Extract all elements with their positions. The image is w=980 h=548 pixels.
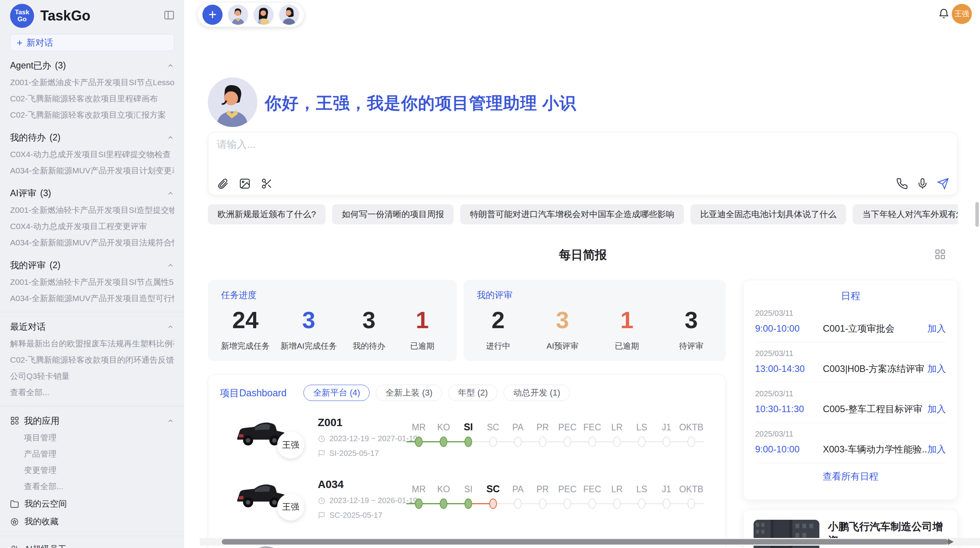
section-ai-review[interactable]: AI评审(3) bbox=[10, 184, 174, 202]
milestone-label: OKTB bbox=[679, 479, 704, 495]
section-recent-chats[interactable]: 最近对话 bbox=[10, 318, 174, 336]
horizontal-scrollbar-thumb[interactable] bbox=[222, 539, 948, 545]
suggestion-chip[interactable]: 比亚迪全固态电池计划具体说了什么 bbox=[690, 204, 846, 224]
sidebar-collapse-icon[interactable] bbox=[163, 9, 175, 21]
list-item[interactable]: A034-全新新能源MUV产品开发项目造型可行性评审 bbox=[10, 290, 174, 307]
project-row[interactable]: 王强 A034 2023-12-19 ~ 2026-01-19 SC-2025-… bbox=[208, 475, 725, 537]
section-my-review[interactable]: 我的评审(2) bbox=[10, 256, 174, 274]
milestone-track: MR KO SI SC PA PR PEC FEC LR LS J1 OKTB bbox=[406, 417, 704, 450]
section-my-apps[interactable]: 我的应用 bbox=[10, 412, 174, 430]
project-dashboard-card: 项目Dashboard 全新平台 (4) 全新上装 (3) 年型 (2) 动总开… bbox=[208, 374, 726, 548]
milestone-label: KO bbox=[437, 479, 450, 495]
new-chat-button[interactable]: + 新对话 bbox=[10, 34, 174, 51]
stat-value: 1 bbox=[401, 307, 444, 334]
milestone-dot bbox=[539, 498, 547, 509]
join-link[interactable]: 加入 bbox=[927, 363, 946, 375]
chevron-up-icon[interactable] bbox=[167, 62, 174, 69]
list-item[interactable]: C02-飞腾新能源轻客改款项目里程碑画布 bbox=[10, 91, 174, 107]
people-icon bbox=[10, 545, 19, 548]
chevron-up-icon[interactable] bbox=[167, 417, 174, 425]
chevron-up-icon[interactable] bbox=[167, 190, 174, 197]
schedule-item: 2025/03/11 13:00-14:30C003|H0B-方案冻结评审加入 bbox=[755, 342, 946, 383]
view-all-link[interactable]: 查看全部... bbox=[10, 478, 174, 495]
my-apps: 我的应用 项目管理 产品管理 变更管理 查看全部... bbox=[0, 412, 184, 495]
list-item[interactable]: A034-全新新能源MUV产品开发项目法规符合性评审 bbox=[10, 235, 174, 251]
suggestion-chip[interactable]: 欧洲新规最近颁布了什么? bbox=[208, 204, 326, 224]
phone-icon[interactable] bbox=[896, 178, 908, 190]
suggestion-chip[interactable]: 特朗普可能对进口汽车增税会对中国车企造成哪些影响 bbox=[460, 204, 684, 224]
view-all-link[interactable]: 查看全部... bbox=[10, 384, 174, 401]
milestone-label: SC bbox=[487, 417, 499, 433]
milestone-dot bbox=[415, 437, 423, 447]
layout-grid-icon[interactable] bbox=[934, 248, 946, 260]
list-item[interactable]: 解释最新出台的欧盟报废车法规再生塑料比例被调至15%... bbox=[10, 336, 174, 352]
notification-bell-icon[interactable] bbox=[938, 8, 950, 20]
join-link[interactable]: 加入 bbox=[927, 403, 946, 415]
tab-platform[interactable]: 全新平台 (4) bbox=[303, 385, 370, 401]
chevron-up-icon[interactable] bbox=[167, 134, 174, 141]
milestone-dot bbox=[687, 498, 695, 509]
sidebar-item-ai-employee[interactable]: AI超级员工 bbox=[0, 541, 184, 548]
stat-value: 3 bbox=[670, 307, 713, 334]
section-my-todo[interactable]: 我的待办(2) bbox=[10, 128, 174, 146]
horizontal-scrollbar[interactable] bbox=[200, 538, 980, 546]
suggestion-chip[interactable]: 当下年轻人对汽车外观有怎样的喜好趋势 bbox=[853, 204, 958, 224]
sidebar-item-cloud-space[interactable]: 我的云空间 bbox=[0, 495, 184, 512]
attach-icon[interactable] bbox=[217, 178, 229, 190]
stat-label: 我的待办 bbox=[348, 341, 390, 351]
list-item[interactable]: Z001-全新燃油轻卡产品开发项目SI节点属性5D文件评审 bbox=[10, 274, 174, 290]
sidebar-item-product-mgmt[interactable]: 产品管理 bbox=[10, 446, 174, 462]
chevron-up-icon[interactable] bbox=[167, 323, 174, 331]
tab-powertrain[interactable]: 动总开发 (1) bbox=[504, 385, 570, 401]
milestone-track: MR KO SI SC PA PR PEC FEC LR LS J1 OKTB bbox=[406, 479, 704, 512]
user-avatar[interactable]: 王强 bbox=[952, 4, 972, 24]
avatar[interactable] bbox=[279, 5, 299, 25]
list-item[interactable]: Z001-全新燃油皮卡产品开发项目SI节点Lesson Learn报告 bbox=[10, 74, 174, 91]
milestone-dot bbox=[489, 498, 497, 509]
avatar[interactable] bbox=[228, 5, 248, 25]
mic-icon[interactable] bbox=[917, 178, 929, 190]
send-icon[interactable] bbox=[937, 178, 949, 190]
vertical-scrollbar-thumb[interactable] bbox=[975, 202, 979, 227]
stat-value: 3 bbox=[281, 307, 337, 334]
list-item[interactable]: C0X4-动力总成开发项目工程变更评审 bbox=[10, 218, 174, 235]
image-icon[interactable] bbox=[239, 178, 251, 190]
scissors-icon[interactable] bbox=[261, 178, 273, 190]
list-item[interactable]: C0X4-动力总成开发项目SI里程碑提交物检查 bbox=[10, 146, 174, 163]
milestone-label: J1 bbox=[662, 417, 671, 433]
schedule-item: 2025/03/11 10:30-11:30C005-整车工程目标评审加入 bbox=[755, 383, 946, 423]
list-item[interactable]: Z001-全新燃油轻卡产品开发项目SI造型提交物评审 bbox=[10, 202, 174, 218]
sidebar: Task Go TaskGo + 新对话 Agent已办(3) Z001-全新燃… bbox=[0, 0, 184, 548]
join-link[interactable]: 加入 bbox=[927, 443, 946, 456]
milestone-label: J1 bbox=[662, 479, 671, 495]
scroll-right-arrow[interactable] bbox=[948, 539, 954, 545]
view-all-schedule-link[interactable]: 查看所有日程 bbox=[755, 470, 946, 483]
add-agent-button[interactable]: + bbox=[202, 5, 223, 25]
suggestion-chip[interactable]: 如何写一份清晰的项目周报 bbox=[332, 204, 454, 224]
sidebar-item-favorites[interactable]: 我的收藏 bbox=[0, 513, 184, 530]
event-time: 10:30-11:30 bbox=[755, 404, 823, 414]
tab-model-year[interactable]: 年型 (2) bbox=[448, 385, 497, 401]
sidebar-item-change-mgmt[interactable]: 变更管理 bbox=[10, 462, 174, 478]
milestone-dot bbox=[663, 437, 670, 447]
event-time: 13:00-14:30 bbox=[755, 363, 823, 374]
milestone-label: FEC bbox=[583, 417, 601, 433]
list-item[interactable]: A034-全新新能源MUV产品开发项目计划变更表编写 bbox=[10, 163, 174, 179]
join-link[interactable]: 加入 bbox=[927, 322, 946, 335]
card-title: 我的评审 bbox=[477, 289, 713, 301]
tab-upfit[interactable]: 全新上装 (3) bbox=[376, 385, 442, 401]
chevron-up-icon[interactable] bbox=[167, 262, 174, 269]
suggestion-chips: 欧洲新规最近颁布了什么? 如何写一份清晰的项目周报 特朗普可能对进口汽车增税会对… bbox=[208, 204, 958, 224]
sidebar-item-project-mgmt[interactable]: 项目管理 bbox=[10, 430, 174, 446]
list-item[interactable]: 公司Q3轻卡销量 bbox=[10, 368, 174, 384]
project-row[interactable]: 王强 Z001 2023-12-19 ~ 2027-01-19 SI-2025-… bbox=[208, 413, 725, 475]
milestone-dot bbox=[489, 437, 497, 447]
list-item[interactable]: C02-飞腾新能源轻客改款项目的闭环通告反馈情况 bbox=[10, 352, 174, 368]
sidebar-sections: Agent已办(3) Z001-全新燃油皮卡产品开发项目SI节点Lesson L… bbox=[0, 57, 184, 307]
section-agent-done[interactable]: Agent已办(3) bbox=[10, 57, 174, 74]
list-item[interactable]: C02-飞腾新能源轻客改款项目立项汇报方案 bbox=[10, 107, 174, 123]
chat-input[interactable] bbox=[217, 139, 875, 151]
avatar[interactable] bbox=[254, 5, 274, 25]
milestone-dot bbox=[613, 437, 621, 447]
divider bbox=[0, 536, 184, 536]
